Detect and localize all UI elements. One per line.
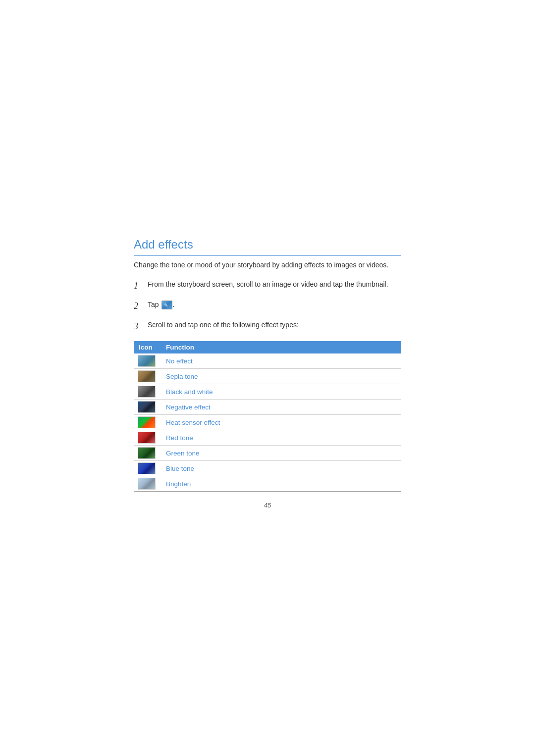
effect-icon-icon-negative — [138, 401, 156, 413]
effect-icon-icon-green — [138, 447, 156, 459]
effect-function-label: Red tone — [161, 430, 401, 446]
effect-icon-cell — [134, 446, 161, 461]
effect-function-label: Brighten — [161, 476, 401, 492]
effect-function-label: Blue tone — [161, 461, 401, 476]
effect-icon-cell — [134, 353, 161, 369]
effect-icon-icon-bw — [138, 386, 156, 398]
steps-list: 1 From the storyboard screen, scroll to … — [134, 279, 401, 333]
step-number-3: 3 — [134, 320, 148, 333]
page-container: Add effects Change the tone or mood of y… — [0, 0, 535, 756]
effect-icon-cell — [134, 476, 161, 492]
step-text-3: Scroll to and tap one of the following e… — [148, 320, 401, 330]
effect-icon-icon-brighten — [138, 478, 156, 490]
effect-function-label: Green tone — [161, 446, 401, 461]
step-text-1: From the storyboard screen, scroll to an… — [148, 279, 401, 290]
step-3: 3 Scroll to and tap one of the following… — [134, 320, 401, 333]
effect-icon-icon-sepia — [138, 370, 156, 382]
table-row: Heat sensor effect — [134, 415, 401, 430]
effect-function-label: Sepia tone — [161, 369, 401, 384]
effect-icon-cell — [134, 461, 161, 476]
table-row: Negative effect — [134, 400, 401, 415]
tap-icon — [161, 301, 172, 309]
effect-icon-cell — [134, 415, 161, 430]
effect-icon-cell — [134, 369, 161, 384]
effect-icon-icon-blue — [138, 462, 156, 474]
effect-icon-cell — [134, 384, 161, 400]
effect-icon-icon-heat — [138, 416, 156, 428]
step-text-2: Tap . — [148, 300, 401, 310]
step-2: 2 Tap . — [134, 300, 401, 313]
table-row: Brighten — [134, 476, 401, 492]
table-row: Red tone — [134, 430, 401, 446]
effect-function-label: Black and white — [161, 384, 401, 400]
step-1: 1 From the storyboard screen, scroll to … — [134, 279, 401, 293]
table-row: Green tone — [134, 446, 401, 461]
step-number-1: 1 — [134, 279, 148, 293]
effect-function-label: No effect — [161, 353, 401, 369]
content-area: Add effects Change the tone or mood of y… — [0, 0, 535, 608]
effects-table: Icon Function No effectSepia toneBlack a… — [134, 341, 401, 492]
effect-icon-icon-red — [138, 432, 156, 444]
effect-icon-cell — [134, 400, 161, 415]
section-intro: Change the tone or mood of your storyboa… — [134, 260, 401, 270]
effect-function-label: Negative effect — [161, 400, 401, 415]
table-header-row: Icon Function — [134, 341, 401, 353]
table-row: No effect — [134, 353, 401, 369]
table-row: Sepia tone — [134, 369, 401, 384]
step-number-2: 2 — [134, 300, 148, 313]
section-title: Add effects — [134, 238, 401, 256]
page-number: 45 — [134, 502, 401, 509]
col-header-icon: Icon — [134, 341, 161, 353]
col-header-function: Function — [161, 341, 401, 353]
table-row: Blue tone — [134, 461, 401, 476]
effect-icon-icon-no-effect — [138, 355, 156, 367]
effect-function-label: Heat sensor effect — [161, 415, 401, 430]
effect-icon-cell — [134, 430, 161, 446]
table-row: Black and white — [134, 384, 401, 400]
effects-tbody: No effectSepia toneBlack and whiteNegati… — [134, 353, 401, 492]
